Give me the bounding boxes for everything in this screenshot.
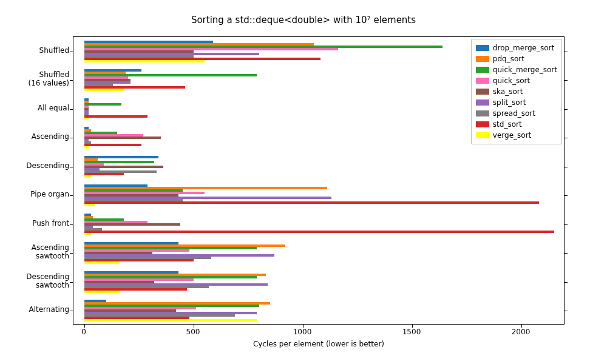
bar <box>84 231 554 233</box>
bar <box>84 261 120 264</box>
chart-title: Sorting a std::deque<double> with 10⁷ el… <box>0 15 607 25</box>
legend-label: std_sort <box>493 120 522 129</box>
legend-swatch <box>476 132 489 138</box>
bar <box>84 291 120 293</box>
bar <box>84 144 141 146</box>
legend-swatch <box>476 121 489 127</box>
x-axis-label: Cycles per element (lower is better) <box>73 340 565 348</box>
bar <box>84 103 121 106</box>
ytick-label: Shuffled <box>2 47 69 55</box>
bar <box>84 233 91 235</box>
legend-swatch <box>476 99 489 106</box>
legend-item: quick_sort <box>476 75 557 86</box>
xtick-label: 500 <box>186 328 200 336</box>
bar <box>84 223 180 226</box>
legend-label: ska_sort <box>493 87 523 96</box>
bar <box>84 136 161 139</box>
bar <box>84 319 257 322</box>
legend-swatch <box>476 78 489 84</box>
legend-item: std_sort <box>476 119 557 130</box>
legend-item: drop_merge_sort <box>476 42 557 53</box>
legend-swatch <box>476 110 489 116</box>
bar <box>84 204 95 206</box>
bar <box>84 201 539 204</box>
xtick-label: 1000 <box>293 328 312 336</box>
bar <box>84 175 91 178</box>
ytick-label: Descending <box>2 162 69 170</box>
legend-item: split_sort <box>476 97 557 108</box>
bar <box>84 146 89 149</box>
ytick-label: Push front <box>2 220 69 228</box>
legend-item: verge_sort <box>476 130 557 141</box>
figure: Sorting a std::deque<double> with 10⁷ el… <box>0 0 607 364</box>
bar <box>84 89 124 91</box>
xtick-label: 0 <box>81 328 86 336</box>
xtick-label: 2000 <box>512 328 531 336</box>
bar <box>84 60 205 62</box>
ytick-label: Ascending <box>2 133 69 141</box>
legend-label: quick_merge_sort <box>493 66 557 74</box>
legend-swatch <box>476 89 489 95</box>
legend-swatch <box>476 45 489 51</box>
ytick-label: Alternating <box>2 306 69 314</box>
legend-item: quick_merge_sort <box>476 64 557 75</box>
ytick-label: Ascendingsawtooth <box>2 244 69 261</box>
legend-item: ska_sort <box>476 86 557 97</box>
legend-label: split_sort <box>493 98 526 107</box>
legend-label: quick_sort <box>493 76 530 85</box>
ytick-label: Shuffled(16 values) <box>2 71 69 88</box>
bar <box>84 118 89 120</box>
legend-item: spread_sort <box>476 108 557 119</box>
bar <box>84 115 148 118</box>
legend-item: pdq_sort <box>476 53 557 64</box>
ytick-label: Pipe organ <box>2 190 69 199</box>
legend-label: verge_sort <box>493 131 531 140</box>
legend-label: drop_merge_sort <box>493 44 554 52</box>
ytick-label: All equal <box>2 104 69 113</box>
legend-label: spread_sort <box>493 109 535 118</box>
legend-swatch <box>476 56 489 62</box>
legend-swatch <box>476 67 489 73</box>
legend: drop_merge_sortpdq_sortquick_merge_sortq… <box>471 39 562 144</box>
ytick-label: Descendingsawtooth <box>2 273 69 290</box>
xtick-label: 1500 <box>402 328 421 336</box>
legend-label: pdq_sort <box>493 55 524 63</box>
